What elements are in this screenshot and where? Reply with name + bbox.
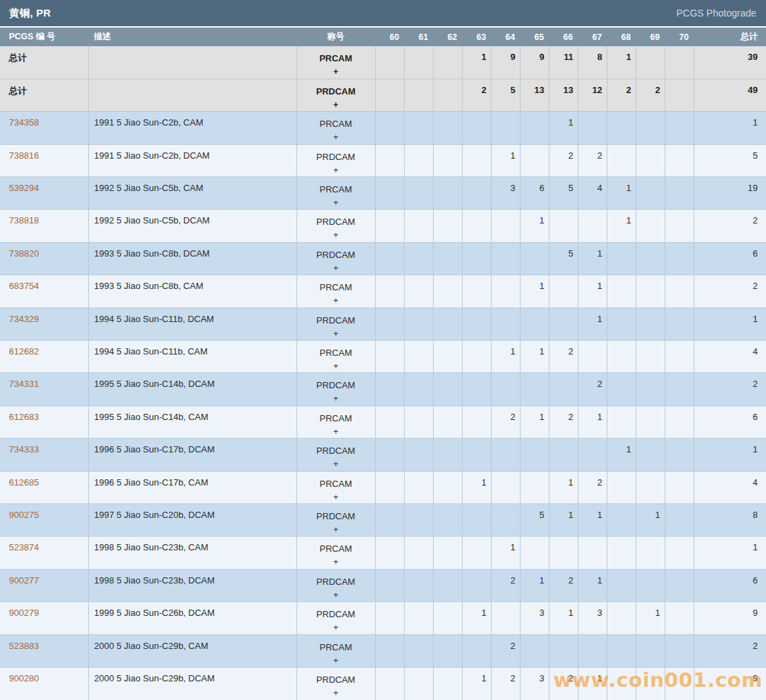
row-total-cell: 39 [694,46,766,79]
row-total-cell: 9 [694,602,766,634]
grade-count-cell [491,439,520,471]
table-row: 9002771998 5 Jiao Sun-C23b, DCAMPRDCAM+2… [0,569,766,601]
grade-count-cell [520,471,549,503]
grade-count-cell [433,275,462,308]
column-header-grade-66: 66 [549,28,578,46]
grade-count-cell: 2 [491,569,520,601]
description-cell: 1992 5 Jiao Sun-C5b, CAM [88,177,296,210]
grade-count-cell [549,373,578,406]
pcgs-number-link[interactable]: 900279 [9,608,39,618]
designation-plus: + [297,360,375,372]
grade-count-cell [607,406,636,438]
designation-plus: + [297,197,375,209]
table-row: 9002802000 5 Jiao Sun-C29b, DCAMPRDCAM+1… [0,667,766,699]
pcgs-photograde-link[interactable]: PCGS Photograde [676,8,756,19]
grade-count-cell [636,373,665,406]
designation-label: PRCAM [297,542,375,556]
column-header-grade-65: 65 [520,28,549,46]
grade-count-cell: 1 [578,275,607,308]
grade-count-cell: 1 [462,471,491,503]
pcgs-number-link[interactable]: 539294 [9,183,39,193]
pcgs-number-link[interactable]: 734331 [9,379,39,389]
pcgs-number-link[interactable]: 523883 [9,641,39,651]
designation-plus: + [297,66,375,78]
row-total-cell: 2 [694,210,766,242]
row-total-cell: 19 [694,177,766,210]
grade-count-cell [404,242,433,274]
grade-count-cell [433,471,462,503]
grade-count-cell [433,503,462,536]
pcgs-number-link[interactable]: 523874 [9,542,39,552]
row-total-cell: 49 [694,79,766,111]
designation-plus: + [297,99,375,111]
grade-count-cell [636,471,665,503]
description-cell: 1993 5 Jiao Sun-C8b, DCAM [88,242,296,274]
grade-count-cell: 5 [491,79,520,111]
designation-plus: + [297,621,375,634]
pcgs-number-link[interactable]: 738816 [9,150,39,161]
description-cell [88,46,296,79]
grade-count-cell [375,46,404,79]
pcgs-number-link[interactable]: 734358 [9,117,39,128]
population-table: PCGS 编 号描述称号6061626364656667686970总计 总计P… [0,28,766,700]
grade-count-cell [520,439,549,471]
grade-count-cell: 2 [636,79,665,111]
grade-count-cell [491,471,520,503]
grade-count-cell [462,144,491,177]
grade-count-cell [433,177,462,210]
pcgs-number-cell: 900275 [0,503,88,536]
grade-count-cell [462,308,491,340]
grade-count-cell: 11 [549,46,578,79]
row-total-cell: 1 [694,537,766,569]
grade-count-cell [578,537,607,569]
grade-count-cell [404,537,433,569]
grade-count-cell [665,503,694,536]
description-cell: 1996 5 Jiao Sun-C17b, DCAM [88,439,296,471]
designation-cell: PRCAM+ [296,537,375,569]
pcgs-number-link[interactable]: 900280 [9,673,39,683]
pcgs-number-link[interactable]: 734333 [9,444,39,454]
pcgs-number-link[interactable]: 738818 [9,215,39,226]
grade-count-cell [607,569,636,601]
pcgs-number-cell: 734331 [0,373,88,406]
grade-count-cell [636,275,665,308]
grade-count-cell [375,275,404,308]
grade-count-cell: 13 [520,79,549,111]
designation-label: PRCAM [297,52,375,66]
grade-count-cell: 13 [549,79,578,111]
grade-count-cell [636,537,665,569]
grade-count-cell: 2 [491,634,520,667]
designation-label: PRCAM [297,641,375,654]
grade-count-cell [404,144,433,177]
grade-count-cell [636,341,665,373]
pcgs-number-link[interactable]: 612683 [9,412,39,422]
pcgs-number-link[interactable]: 900277 [9,575,39,586]
pcgs-number-link[interactable]: 734329 [9,314,39,324]
grade-count-cell: 3 [491,177,520,210]
grade-count-cell [491,275,520,308]
pcgs-number-link[interactable]: 738820 [9,248,39,259]
pcgs-number-cell: 738818 [0,210,88,242]
grade-count-cell [636,634,665,667]
designation-cell: PRCAM+ [296,471,375,503]
grade-count-cell [433,373,462,406]
pcgs-number-cell: 612683 [0,406,88,438]
pcgs-number-link[interactable]: 612682 [9,346,39,357]
pcgs-number-link[interactable]: 683754 [9,281,39,291]
description-cell: 1993 5 Jiao Sun-C8b, CAM [88,275,296,308]
pcgs-number-cell: 734358 [0,112,88,144]
grade-count-cell [636,439,665,471]
grade-count-cell [433,569,462,601]
pcgs-number-link[interactable]: 900275 [9,510,39,520]
grade-count-cell [665,46,694,79]
designation-label: PRDCAM [297,379,375,392]
pcgs-number-cell: 734333 [0,439,88,471]
description-cell: 1998 5 Jiao Sun-C23b, DCAM [88,569,296,601]
designation-label: PRCAM [297,477,375,491]
pcgs-number-cell: 900277 [0,569,88,601]
grade-count-cell: 1 [578,667,607,699]
grade-count-cell [520,242,549,274]
pcgs-number-link[interactable]: 612685 [9,477,39,488]
designation-label: PRCAM [297,183,375,197]
grade-count-cell: 2 [549,569,578,601]
